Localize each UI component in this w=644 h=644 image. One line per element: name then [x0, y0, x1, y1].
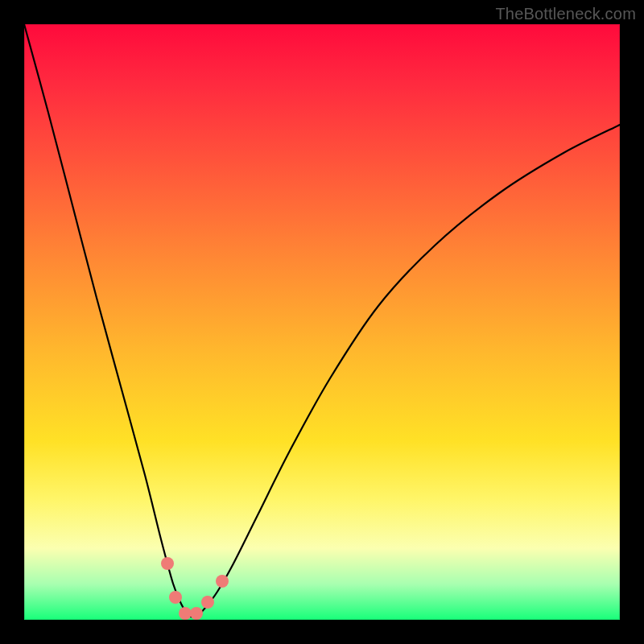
watermark-text: TheBottleneck.com: [495, 5, 636, 23]
curve-marker: [201, 596, 214, 609]
plot-area: [24, 24, 620, 620]
chart-svg: [24, 24, 620, 620]
curve-marker: [179, 607, 192, 620]
curve-marker: [216, 575, 229, 588]
curve-marker: [169, 591, 182, 604]
curve-marker: [190, 607, 203, 620]
bottleneck-curve: [24, 24, 620, 617]
curve-marker: [161, 557, 174, 570]
